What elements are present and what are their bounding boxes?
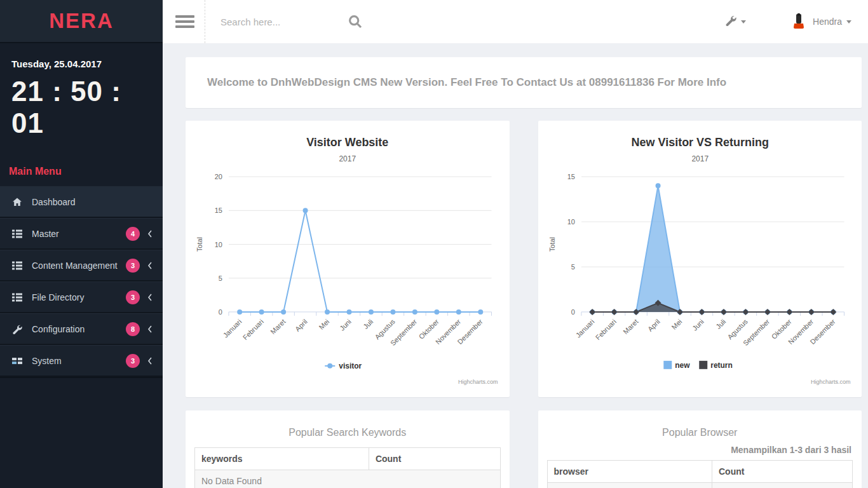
- sidebar-item-label: Configuration: [32, 324, 126, 334]
- svg-text:return: return: [710, 361, 733, 370]
- svg-text:5: 5: [219, 274, 222, 282]
- main-area: Hendra Welcome to DnhWebDesign CMS New V…: [163, 0, 868, 488]
- list-icon: [11, 292, 23, 302]
- sidebar-menu: Dashboard Master 4 Content Management 3: [0, 186, 163, 377]
- topbar-divider: [205, 0, 205, 43]
- chevron-left-icon: [147, 357, 153, 365]
- sidebar-item-label: Master: [32, 229, 126, 239]
- results-summary: Menampilkan 1-3 dari 3 hasil: [547, 445, 852, 455]
- list-icon: [11, 356, 23, 366]
- sidebar-item-label: File Directory: [32, 292, 126, 302]
- svg-text:April: April: [294, 318, 309, 333]
- browser-table: browser Count: [547, 460, 853, 488]
- badge: 3: [126, 259, 140, 273]
- search-icon[interactable]: [348, 14, 363, 29]
- welcome-banner: Welcome to DnhWebDesign CMS New Version.…: [186, 57, 862, 108]
- column-header-count: Count: [369, 448, 500, 470]
- sidebar-item-master[interactable]: Master 4: [0, 218, 163, 250]
- table-row: No Data Found: [195, 470, 501, 488]
- svg-text:Mei: Mei: [317, 318, 330, 331]
- new-vs-returning-chart: 051015TotalJanuariFebruariMaretAprilMeiJ…: [538, 121, 862, 397]
- svg-text:Juli: Juli: [362, 318, 374, 330]
- chevron-left-icon: [147, 325, 153, 333]
- tables-row: Popular Search Keywords keywords Count N…: [186, 410, 862, 488]
- svg-text:10: 10: [567, 218, 574, 226]
- column-header-browser: browser: [547, 461, 712, 483]
- sidebar-item-content-management[interactable]: Content Management 3: [0, 250, 163, 281]
- svg-text:15: 15: [215, 207, 222, 214]
- svg-text:2017: 2017: [691, 154, 709, 163]
- svg-text:Total: Total: [196, 237, 203, 252]
- table-title: Popular Search Keywords: [194, 410, 501, 447]
- column-header-count: Count: [712, 461, 852, 483]
- popular-keywords-card: Popular Search Keywords keywords Count N…: [186, 410, 510, 488]
- svg-text:5: 5: [571, 263, 574, 271]
- user-menu[interactable]: Hendra: [790, 13, 851, 30]
- sidebar-item-file-directory[interactable]: File Directory 3: [0, 281, 163, 313]
- sidebar-item-label: Dashboard: [32, 197, 153, 207]
- visitor-website-chart: 05101520TotalJanuariFebruariMaretAprilMe…: [186, 121, 510, 397]
- svg-text:15: 15: [567, 173, 574, 180]
- caret-down-icon: [741, 20, 746, 24]
- svg-text:0: 0: [571, 308, 574, 316]
- sidebar-item-system[interactable]: System 3: [0, 345, 163, 377]
- chevron-left-icon: [147, 294, 153, 301]
- svg-text:Maret: Maret: [269, 318, 287, 336]
- badge: 4: [126, 227, 140, 241]
- wrench-icon: [11, 324, 23, 334]
- no-data-cell: No Data Found: [195, 470, 501, 488]
- sidebar-item-label: Content Management: [32, 261, 126, 271]
- svg-text:Januari: Januari: [222, 318, 243, 339]
- hamburger-menu-icon[interactable]: [175, 13, 196, 30]
- svg-text:Total: Total: [548, 237, 555, 252]
- svg-text:visitor: visitor: [339, 362, 362, 370]
- digital-clock: 21 : 50 : 01: [11, 76, 151, 139]
- search-input[interactable]: [220, 17, 341, 27]
- sidebar-filler: [0, 377, 163, 488]
- svg-text:new: new: [675, 361, 690, 370]
- caret-down-icon: [846, 20, 851, 24]
- svg-text:Februari: Februari: [241, 318, 265, 341]
- svg-text:Highcharts.com: Highcharts.com: [458, 379, 498, 385]
- svg-text:Juli: Juli: [714, 318, 727, 330]
- logo-block: NERA: [0, 0, 163, 43]
- svg-text:April: April: [646, 318, 661, 333]
- svg-text:Juni: Juni: [691, 318, 705, 332]
- topbar: Hendra: [163, 0, 868, 43]
- wrench-icon: [725, 15, 736, 29]
- table-cell: [547, 483, 712, 488]
- table-cell: [712, 483, 852, 488]
- current-date: Tuesday, 25.04.2017: [11, 58, 151, 69]
- list-icon: [11, 261, 23, 271]
- sidebar-item-dashboard[interactable]: Dashboard: [0, 186, 163, 218]
- svg-text:Februari: Februari: [593, 318, 617, 341]
- svg-text:Januari: Januari: [574, 318, 595, 339]
- svg-text:Maret: Maret: [621, 318, 639, 336]
- svg-text:20: 20: [215, 173, 222, 180]
- avatar: [790, 13, 807, 30]
- table-title: Popular Browser: [547, 410, 853, 447]
- table-row: [547, 483, 853, 488]
- svg-text:New Visitor VS Returning: New Visitor VS Returning: [631, 136, 768, 149]
- content: Welcome to DnhWebDesign CMS New Version.…: [163, 43, 868, 488]
- badge: 3: [126, 354, 140, 368]
- sidebar-item-configuration[interactable]: Configuration 8: [0, 313, 163, 345]
- sidebar-item-label: System: [32, 356, 126, 366]
- charts-row: 05101520TotalJanuariFebruariMaretAprilMe…: [186, 121, 862, 397]
- settings-dropdown[interactable]: [725, 15, 746, 29]
- popular-browser-card: Popular Browser Menampilkan 1-3 dari 3 h…: [538, 410, 862, 488]
- visitor-website-chart-card: 05101520TotalJanuariFebruariMaretAprilMe…: [186, 121, 510, 397]
- svg-text:Visitor Website: Visitor Website: [306, 136, 388, 149]
- menu-heading: Main Menu: [0, 152, 163, 186]
- keywords-table: keywords Count No Data Found: [194, 447, 501, 488]
- svg-text:Juni: Juni: [338, 318, 353, 332]
- new-vs-returning-chart-card: 051015TotalJanuariFebruariMaretAprilMeiJ…: [538, 121, 862, 397]
- chevron-left-icon: [147, 230, 153, 238]
- svg-text:2017: 2017: [339, 154, 356, 163]
- svg-text:10: 10: [215, 241, 222, 248]
- app-logo: NERA: [49, 9, 114, 33]
- sidebar: NERA Tuesday, 25.04.2017 21 : 50 : 01 Ma…: [0, 0, 163, 488]
- column-header-keywords: keywords: [195, 448, 369, 470]
- list-icon: [11, 229, 23, 239]
- welcome-message: Welcome to DnhWebDesign CMS New Version.…: [207, 76, 726, 89]
